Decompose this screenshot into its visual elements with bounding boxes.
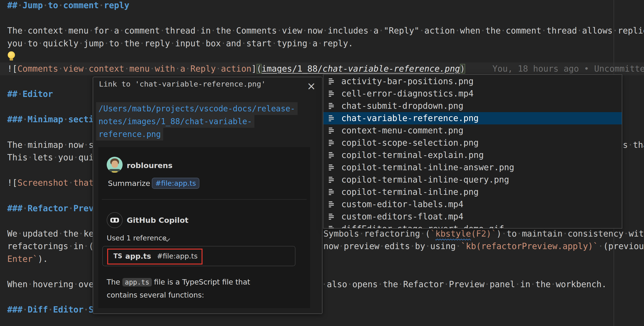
prompt-text: Summarize — [108, 177, 150, 190]
suggestion-item[interactable]: cell-error-diagnostics.mp4 — [324, 87, 622, 100]
file-icon — [329, 115, 334, 122]
suggestion-label: copilot-terminal-inline-answer.png — [341, 161, 514, 174]
suggestion-label: chat-submit-dropdown.png — [341, 100, 464, 112]
editor-line[interactable]: Symbols·refactoring·(`kbstyle(F2)`)·to·m… — [324, 227, 644, 240]
file-path-link[interactable]: notes/images/1_88/chat-variable- — [96, 115, 254, 128]
suggestion-label: custom-editors-float.mp4 — [341, 211, 464, 223]
file-icon — [329, 103, 334, 110]
copilot-icon — [107, 212, 122, 228]
ts-file-icon: TS — [114, 250, 122, 263]
editor-line[interactable]: Enter`). — [7, 253, 48, 266]
suggestion-item[interactable]: chat-submit-dropdown.png — [324, 100, 622, 112]
editor-line[interactable]: This·lets·you·qui — [7, 151, 93, 164]
file-icon — [329, 177, 334, 184]
suggestion-item[interactable]: context-menu-comment.png — [324, 124, 622, 137]
suggestion-item[interactable]: copilot-terminal-inline.png — [324, 186, 622, 198]
suggestion-item[interactable]: copilot-terminal-inline-answer.png — [324, 161, 622, 174]
link-hover-popup: Link to 'chat-variable-reference.png' × … — [93, 77, 322, 314]
popup-title: Link to 'chat-variable-reference.png' — [99, 80, 266, 92]
suggestion-label: copilot-scope-selection.png — [341, 137, 479, 149]
suggestion-label: copilot-terminal-explain.png — [341, 149, 484, 161]
file-icon — [329, 152, 334, 159]
editor-line[interactable]: The·minimap·now·s — [7, 139, 93, 151]
close-icon[interactable]: × — [307, 80, 316, 92]
editor-line[interactable]: s·that — [623, 139, 644, 151]
file-icon — [329, 90, 334, 98]
suggestion-label: custom-editor-labels.mp4 — [341, 198, 464, 211]
assistant-name: GitHub Copilot — [127, 214, 188, 227]
suggestion-label: copilot-terminal-inline-query.png — [341, 174, 509, 186]
editor-line[interactable]: ##·Editor — [7, 88, 53, 101]
file-icon — [329, 140, 334, 147]
file-icon — [329, 189, 334, 196]
editor-line[interactable]: ·also·opens·the·Refactor·Preview·panel·i… — [323, 278, 606, 291]
file-icon — [329, 78, 334, 86]
suggestion-item[interactable]: chat-variable-reference.png — [324, 112, 622, 124]
username: roblourens — [127, 159, 172, 172]
suggestion-label: chat-variable-reference.png — [341, 112, 479, 124]
response-line-2: contains several functions: — [107, 289, 204, 302]
file-path-link[interactable]: /Users/matb/projects/vscode-docs/release… — [96, 102, 298, 115]
suggestion-item[interactable]: diffEditor-stage-revert-demo.gif — [324, 223, 622, 229]
divider — [102, 199, 306, 200]
suggestion-item[interactable]: activity-bar-positions.png — [324, 75, 622, 87]
suggestion-item[interactable]: custom-editors-float.mp4 — [324, 211, 622, 223]
file-icon — [329, 213, 334, 221]
references-label: Used 1 reference — [107, 232, 166, 245]
suggestion-item[interactable]: copilot-terminal-explain.png — [324, 149, 622, 161]
embedded-image-preview: roblourens Summarize #file:app.ts GitHub… — [98, 147, 310, 308]
suggestion-label: diffEditor-stage-revert-demo.gif — [341, 223, 504, 229]
suggestion-label: context-menu-comment.png — [341, 124, 464, 137]
reference-filename: app.ts — [125, 250, 151, 263]
file-icon — [329, 201, 334, 209]
editor-line[interactable]: refactorings·in·( — [7, 240, 93, 253]
file-path-link[interactable]: reference.png — [96, 128, 163, 141]
editor-line[interactable]: ###·Minimap·secti — [7, 113, 93, 126]
suggestion-item[interactable]: copilot-terminal-inline-query.png — [324, 174, 622, 186]
file-icon — [329, 226, 334, 229]
reference-variable: #file:app.ts — [157, 250, 198, 263]
suggestion-label: copilot-terminal-inline.png — [341, 186, 479, 198]
editor-line[interactable]: now·preview·edits·by·using·`kb(refactorP… — [324, 240, 644, 253]
editor-line[interactable]: We·updated·the·ke — [7, 227, 93, 240]
suggestion-item[interactable]: custom-editor-labels.mp4 — [324, 198, 622, 211]
file-icon — [329, 127, 334, 135]
suggestion-item[interactable]: copilot-scope-selection.png — [324, 137, 622, 149]
suggest-widget[interactable]: activity-bar-positions.pngcell-error-dia… — [323, 74, 622, 229]
inline-code-chip: app.ts — [122, 278, 152, 287]
avatar — [107, 157, 122, 173]
response-line-1: The app.ts file is a TypeScript file tha… — [107, 276, 250, 288]
suggestion-label: activity-bar-positions.png — [341, 75, 474, 87]
editor-line[interactable]: ![Screenshot·that — [7, 177, 93, 189]
editor-left-fragments: ##·Editor###·Minimap·sectiThe·minimap·no… — [0, 0, 93, 326]
suggestion-label: cell-error-diagnostics.mp4 — [341, 87, 474, 100]
file-variable-chip: #file:app.ts — [152, 178, 200, 189]
editor-line[interactable]: ###·Refactor·Prev — [7, 202, 93, 215]
editor-line[interactable]: When·hovering·ove — [7, 278, 93, 291]
file-icon — [329, 164, 334, 172]
editor-line[interactable]: ###·Diff·Editor·S — [7, 303, 93, 316]
